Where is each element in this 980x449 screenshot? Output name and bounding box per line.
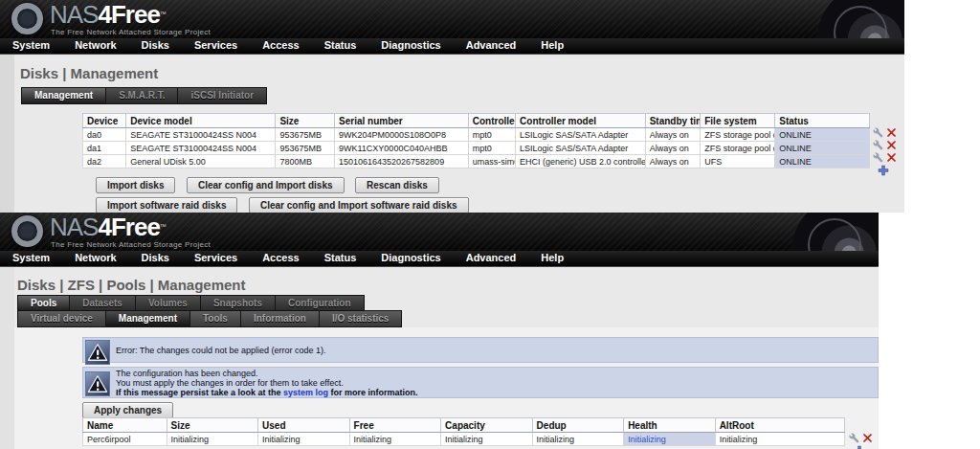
nas4free-logo-disc-icon [11, 3, 43, 34]
menu-item-advanced[interactable]: Advanced [454, 251, 529, 266]
main-menu: System Network Disks Services Access Sta… [0, 38, 904, 55]
tab-configuration[interactable]: Configuration [276, 296, 364, 311]
warning-icon [85, 340, 110, 365]
menu-item-status[interactable]: Status [312, 38, 369, 54]
system-log-link[interactable]: system log [283, 388, 328, 397]
brand-nas: NAS [50, 213, 98, 241]
table-cell: General UDisk 5.00 [126, 155, 276, 168]
table-row: Perc6irpool Initializing Initializing In… [83, 433, 845, 446]
table-cell: Always on [645, 128, 701, 142]
menu-item-network[interactable]: Network [62, 251, 128, 266]
message-line: If this message persist take a look at t… [116, 388, 418, 397]
rescan-disks-button[interactable]: Rescan disks [355, 177, 439, 193]
tab-information[interactable]: Information [241, 311, 320, 326]
edit-icon[interactable] [873, 127, 883, 138]
column-header: Controller [468, 114, 515, 128]
table-cell: 1501061643520267582809 [335, 155, 469, 168]
tab-pools[interactable]: Pools [18, 296, 70, 311]
harddrive-decoration-image [770, 0, 904, 38]
error-message: Error: The changes could not be applied … [116, 346, 325, 355]
harddrive-decoration-image [745, 213, 879, 251]
import-software-raid-disks-button[interactable]: Import software raid disks [96, 197, 237, 213]
config-changed-alert: The configuration has been changed. You … [82, 367, 879, 398]
menu-item-status[interactable]: Status [312, 251, 369, 266]
status-badge: ONLINE [775, 128, 870, 142]
menu-item-system[interactable]: System [0, 251, 62, 266]
warning-icon [85, 371, 110, 396]
menu-item-diagnostics[interactable]: Diagnostics [368, 38, 453, 54]
tab-management[interactable]: Management [22, 88, 106, 103]
edit-icon[interactable] [873, 140, 883, 150]
table-cell: LSILogic SAS/SATA Adapter [516, 142, 646, 155]
column-header: File system [701, 114, 775, 128]
row-actions [873, 152, 897, 163]
table-cell: Initializing [258, 433, 350, 446]
menu-item-system[interactable]: System [0, 38, 62, 54]
table-row: da0 SEAGATE ST31000424SS N004 953675MB 9… [83, 128, 870, 142]
menu-item-help[interactable]: Help [528, 251, 576, 266]
table-cell: mpt0 [468, 142, 515, 155]
page-title: Disks | Management [20, 65, 158, 81]
column-header: Size [167, 418, 258, 433]
app-header: NAS4Free™ The Free Network Attached Stor… [0, 213, 879, 252]
menu-item-advanced[interactable]: Advanced [454, 38, 529, 54]
table-cell: ZFS storage pool device [701, 128, 775, 142]
tab-io-statistics[interactable]: I/O statistics [320, 311, 401, 326]
menu-item-help[interactable]: Help [528, 38, 576, 54]
import-disks-button[interactable]: Import disks [96, 177, 175, 193]
app-header: NAS4Free™ The Free Network Attached Stor… [0, 0, 904, 39]
column-header: Capacity [441, 418, 533, 433]
trademark-symbol: ™ [160, 11, 167, 17]
add-row-action [854, 445, 865, 449]
menu-item-services[interactable]: Services [182, 38, 250, 54]
status-badge: ONLINE [775, 142, 870, 155]
tab-bar: Management S.M.A.R.T. iSCSI Initiator [21, 87, 267, 104]
menu-item-disks[interactable]: Disks [129, 38, 182, 54]
table-cell: SEAGATE ST31000424SS N004 [126, 142, 276, 155]
tab-virtual-device[interactable]: Virtual device [18, 311, 106, 326]
column-header: Status [775, 114, 870, 128]
column-header: Health [624, 418, 716, 433]
table-cell: da0 [83, 128, 126, 142]
clear-config-import-software-raid-disks-button[interactable]: Clear config and Import software raid di… [249, 197, 469, 213]
table-cell: umass-sim0 [468, 155, 515, 168]
column-header: Device model [126, 114, 276, 128]
nas4free-brand: NAS4Free™ [50, 213, 167, 240]
add-icon[interactable] [878, 165, 889, 176]
tab-smart[interactable]: S.M.A.R.T. [106, 88, 178, 103]
delete-icon[interactable] [886, 140, 897, 150]
brand-nas: NAS [50, 0, 98, 29]
tab-management[interactable]: Management [106, 311, 190, 326]
menu-item-access[interactable]: Access [250, 38, 312, 54]
tab-bar-secondary: Virtual device Management Tools Informat… [17, 310, 402, 327]
edit-icon[interactable] [849, 433, 859, 443]
table-cell: 9WK204PM0000S108O0P8 [335, 128, 469, 142]
menu-item-diagnostics[interactable]: Diagnostics [368, 251, 453, 266]
delete-icon[interactable] [886, 127, 897, 138]
column-header: Free [349, 418, 441, 433]
message-text: If this message persist take a look at t… [116, 388, 283, 397]
delete-icon[interactable] [862, 433, 873, 443]
delete-icon[interactable] [886, 152, 897, 163]
brand-tagline: The Free Network Attached Storage Projec… [51, 28, 211, 36]
message-text: for more information. [328, 388, 418, 397]
tab-volumes[interactable]: Volumes [136, 296, 201, 311]
table-cell: da1 [83, 142, 126, 155]
error-alert: Error: The changes could not be applied … [82, 337, 879, 363]
add-icon[interactable] [854, 445, 865, 449]
tab-datasets[interactable]: Datasets [70, 296, 136, 311]
tab-tools[interactable]: Tools [190, 311, 241, 326]
add-row-action [878, 165, 889, 176]
table-cell: Always on [645, 142, 701, 155]
menu-item-disks[interactable]: Disks [129, 251, 182, 266]
button-row: Apply changes [82, 400, 180, 418]
menu-item-services[interactable]: Services [182, 251, 250, 266]
row-actions [873, 140, 897, 150]
clear-config-import-disks-button[interactable]: Clear config and Import disks [187, 177, 345, 193]
menu-item-network[interactable]: Network [62, 38, 128, 54]
edit-icon[interactable] [873, 152, 883, 163]
menu-item-access[interactable]: Access [250, 251, 312, 266]
tab-snapshots[interactable]: Snapshots [201, 296, 276, 311]
tab-iscsi-initiator[interactable]: iSCSI Initiator [178, 88, 266, 103]
apply-changes-button[interactable]: Apply changes [82, 402, 173, 418]
